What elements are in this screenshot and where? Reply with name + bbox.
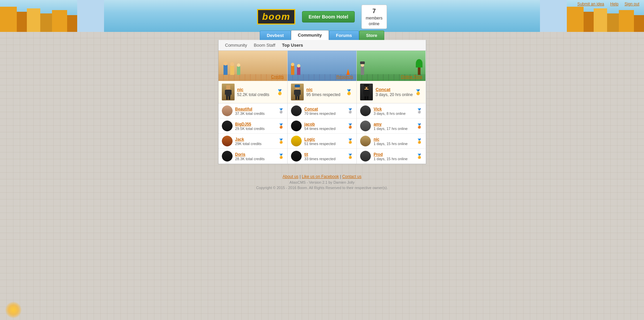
sun-glow-online [5, 302, 22, 318]
like-facebook-link[interactable]: Like us on Facebook [302, 174, 339, 179]
online-time-label[interactable]: Online Time [401, 75, 422, 79]
credits-first-place: nic 52.2K total credits 🥇 [218, 81, 287, 103]
site-logo: boom [257, 9, 295, 25]
respects-label[interactable]: Respects [336, 75, 353, 79]
online-time-first-avatar [360, 84, 373, 100]
sub-nav-top-users[interactable]: Top Users [279, 42, 306, 49]
respects-rank3-info: jacob 54 times respected [304, 122, 347, 131]
online-time-column-header: Online Time [357, 51, 426, 81]
respects-silver-medal: 🥈 [347, 108, 353, 113]
online-time-rank-2: Vick 3 days, 8 hrs online 🥈 [357, 103, 426, 119]
nav-tab-community[interactable]: Community [291, 30, 329, 40]
respects-rank-3: jacob 54 times respected 🥉 [288, 119, 356, 134]
respects-rank5-medal: 🏅 [347, 153, 353, 159]
online-rank2-avatar [360, 105, 371, 116]
submit-idea-link[interactable]: Submit an idea [577, 2, 604, 6]
online-time-column: Online Time [357, 51, 426, 164]
credits-first-name[interactable]: nic [237, 87, 276, 92]
svg-rect-2 [225, 90, 226, 95]
respects-rank4-avatar [291, 136, 302, 146]
respects-rank3-avatar [291, 121, 302, 131]
online-rank5-name[interactable]: Prod [374, 152, 383, 157]
respects-rank4-stat: 51 times respected [304, 142, 347, 146]
respects-rank-5: tit 33 times respected 🏅 [288, 149, 356, 164]
online-time-rank-4: nic 1 days, 15 hrs online 🏅 [357, 134, 426, 149]
respects-rank4-name[interactable]: Logic [304, 137, 315, 142]
svg-rect-7 [295, 85, 300, 87]
top-bar: Submit an idea Help Sign out boom Enter … [0, 0, 644, 32]
copyright: Copyright © 2015 - 2016 Boom. All Rights… [256, 186, 388, 190]
online-rank4-info: nic 1 days, 15 hrs online [374, 137, 416, 146]
respects-rank3-name[interactable]: jacob [304, 122, 315, 127]
city-bg-left [0, 0, 104, 32]
members-label: members [366, 15, 383, 21]
online-rank2-name[interactable]: Vick [374, 107, 382, 111]
online-rank2-stat: 3 days, 8 hrs online [374, 111, 416, 116]
online-rank3-name[interactable]: amy [374, 122, 382, 127]
online-rank5-avatar [360, 151, 371, 162]
credits-column: Credits [218, 51, 288, 164]
credits-rank4-medal: 🏅 [278, 138, 284, 144]
nav-tab-devbest[interactable]: Devbest [260, 31, 291, 40]
credits-rank3-stat: 29.5K total credits [235, 127, 278, 131]
svg-rect-3 [230, 90, 232, 95]
online-rank3-info: amy 1 days, 17 hrs online [374, 122, 416, 131]
logo-area: boom Enter Boom Hotel 7 members online [257, 5, 387, 29]
svg-rect-21 [367, 87, 369, 89]
respects-rank3-stat: 54 times respected [304, 127, 347, 131]
respects-first-info: nic 95 times respected [306, 87, 345, 97]
about-us-link[interactable]: About us [283, 174, 298, 179]
credits-rank5-name[interactable]: Doris [235, 152, 246, 157]
credits-bronze-medal: 🥉 [278, 123, 284, 129]
svg-rect-16 [363, 90, 364, 95]
credits-rank-4: Jack 29K total credits 🏅 [218, 134, 287, 149]
online-rank4-medal: 🏅 [416, 138, 422, 144]
online-rank4-name[interactable]: nic [374, 137, 379, 142]
online-label: online [366, 21, 383, 27]
online-time-first-info: Concat 3 days, 20 hrs online [376, 87, 414, 97]
respects-rank5-name[interactable]: tit [304, 152, 308, 157]
credits-rank2-info: Beautiful 37.3K total credits [235, 106, 278, 116]
credits-label[interactable]: Credits [271, 75, 284, 79]
svg-rect-10 [299, 90, 301, 95]
credits-rank3-name[interactable]: BigDJ55 [235, 122, 251, 127]
contact-us-link[interactable]: Contact us [342, 174, 361, 179]
online-rank5-stat: 1 days, 15 hrs online [374, 157, 416, 161]
credits-first-stat: 52.2K total credits [237, 92, 269, 97]
online-rank5-info: Prod 1 days, 15 hrs online [374, 152, 416, 161]
respects-rank4-medal: 🏅 [347, 138, 353, 144]
sub-nav-boom-staff[interactable]: Boom Staff [250, 42, 279, 49]
credits-rank4-info: Jack 29K total credits [235, 137, 278, 146]
avatar-img [222, 84, 235, 100]
online-rank3-stat: 1 days, 17 hrs online [374, 127, 416, 131]
credits-rank5-avatar [222, 151, 233, 162]
nav-tab-forums[interactable]: Forums [329, 31, 359, 40]
avatar-img [291, 84, 304, 100]
svg-rect-0 [226, 85, 230, 90]
avatar-img [360, 151, 371, 162]
help-link[interactable]: Help [610, 2, 618, 6]
respects-first-name[interactable]: nic [306, 87, 345, 92]
svg-rect-14 [364, 84, 369, 87]
svg-rect-18 [364, 96, 366, 100]
page-wrapper: Submit an idea Help Sign out boom Enter … [0, 0, 644, 320]
credits-gold-medal: 🥇 [276, 88, 284, 96]
cms-info: AliasCMS - Version 2.1 by Damien Jolly [256, 180, 388, 184]
online-time-first-stat: 3 days, 20 hrs online [376, 92, 413, 97]
online-time-first-name[interactable]: Concat [376, 87, 414, 92]
sign-out-link[interactable]: Sign out [625, 2, 639, 6]
nav-bar: Devbest Community Forums Store [260, 30, 384, 40]
credits-first-avatar [222, 84, 235, 100]
online-time-rank-5: Prod 1 days, 15 hrs online 🏅 [357, 149, 426, 164]
online-rank3-avatar [360, 121, 371, 131]
enter-hotel-button[interactable]: Enter Boom Hotel [302, 11, 354, 22]
credits-rank2-name[interactable]: Beautiful [235, 107, 252, 111]
credits-rank4-name[interactable]: Jack [235, 137, 244, 142]
respects-rank2-name[interactable]: Concat [304, 107, 318, 111]
top-users-container: Credits [218, 51, 426, 164]
avatar-img [222, 121, 233, 131]
sub-nav-community[interactable]: Community [222, 42, 251, 49]
respects-column-header: Respects [288, 51, 356, 81]
avatar-img [360, 84, 373, 100]
nav-tab-store[interactable]: Store [359, 31, 384, 40]
